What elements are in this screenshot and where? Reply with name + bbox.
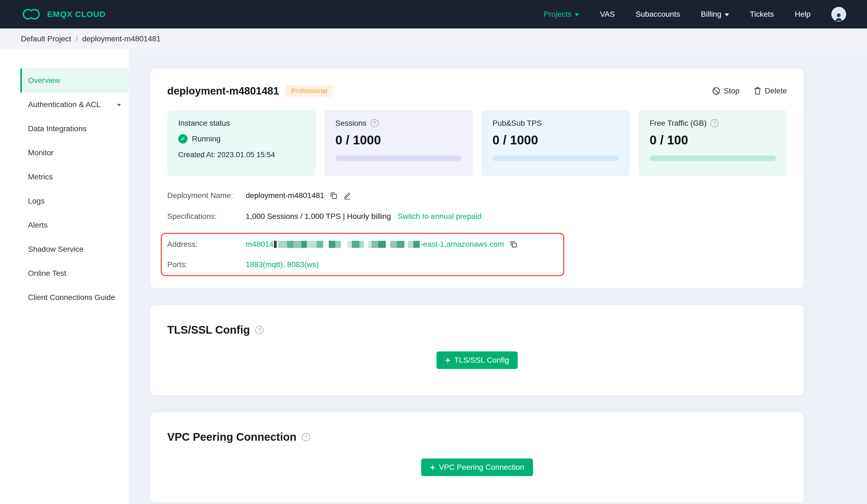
address-value: m48014-east-1.amazonaws.com	[246, 240, 504, 249]
sidebar-item-label: Online Test	[28, 269, 66, 278]
edit-button[interactable]	[343, 191, 352, 200]
chevron-down-icon	[725, 13, 729, 16]
switch-annual-prepaid-link[interactable]: Switch to annual prepaid	[398, 212, 482, 221]
tls-ssl-title: TLS/SSL Config	[167, 324, 250, 336]
pubsub-tps-title-row: Pub&Sub TPS	[492, 119, 619, 128]
sidebar-item-label: Monitor	[28, 149, 53, 157]
plus-icon: +	[445, 356, 450, 364]
sidebar-item-monitor[interactable]: Monitor	[20, 141, 129, 165]
nav-item-vas[interactable]: VAS	[600, 10, 615, 19]
sidebar-item-shadow-service[interactable]: Shadow Service	[20, 237, 129, 261]
trash-icon	[754, 87, 761, 95]
instance-status-value: Running	[192, 134, 221, 143]
address-row: Address: m48014-east-1.amazonaws.com	[167, 240, 558, 249]
stop-button[interactable]: Stop	[712, 87, 739, 95]
sidebar-item-label: Metrics	[28, 173, 53, 181]
ports-label: Ports:	[167, 260, 246, 269]
pubsub-tps-value: 0 / 1000	[492, 133, 619, 147]
sidebar-item-authentication-acl[interactable]: Authentication & ACL	[20, 92, 129, 117]
sidebar-item-label: Authentication & ACL	[28, 100, 100, 109]
deployment-title-row: deployment-m4801481 Professional Stop	[167, 85, 787, 97]
question-circle-icon[interactable]: ?	[255, 326, 264, 334]
address-prefix: m48014	[246, 240, 274, 249]
nav-item-help[interactable]: Help	[795, 10, 811, 19]
copy-button[interactable]	[330, 191, 338, 200]
emqx-cloud-app: EMQX CLOUD Projects VAS Subaccounts Bill…	[0, 0, 867, 504]
nav-item-billing-label: Billing	[701, 10, 721, 19]
sessions-title: Sessions	[335, 119, 367, 128]
plus-icon: +	[430, 463, 435, 472]
specifications-value: 1,000 Sessions / 1,000 TPS | Hourly bill…	[246, 212, 391, 221]
breadcrumb-project[interactable]: Default Project	[21, 34, 71, 43]
tls-ssl-button-row: + TLS/SSL Config	[167, 351, 787, 369]
nav-item-billing[interactable]: Billing	[701, 10, 729, 19]
ports-row: Ports: 1883(mqtt), 8083(ws)	[167, 260, 558, 269]
nav-item-projects-label: Projects	[544, 10, 571, 19]
address-label: Address:	[167, 240, 246, 249]
nav-item-tickets-label: Tickets	[750, 10, 774, 19]
user-avatar[interactable]	[831, 7, 846, 22]
question-circle-icon[interactable]: ?	[302, 433, 310, 441]
edit-pencil-icon	[343, 191, 352, 200]
sidebar-item-alerts[interactable]: Alerts	[20, 213, 129, 237]
delete-button[interactable]: Delete	[754, 87, 787, 95]
sessions-value: 0 / 1000	[335, 133, 462, 147]
nav-item-help-label: Help	[795, 10, 811, 19]
sidebar-item-data-integrations[interactable]: Data Integrations	[20, 117, 129, 141]
add-vpc-peering-button[interactable]: + VPC Peering Connection	[421, 459, 533, 476]
vpc-peering-button-row: + VPC Peering Connection	[167, 459, 787, 476]
nav-item-subaccounts[interactable]: Subaccounts	[635, 10, 680, 19]
stop-icon	[712, 87, 720, 95]
page-layout: Overview Authentication & ACL Data Integ…	[0, 49, 867, 504]
delete-button-label: Delete	[765, 87, 787, 95]
instance-status-row: ✓ Running	[178, 134, 304, 143]
sidebar-item-client-connections-guide[interactable]: Client Connections Guide	[20, 285, 129, 309]
sidebar-item-logs[interactable]: Logs	[20, 189, 129, 213]
free-traffic-value: 0 / 100	[650, 133, 776, 147]
add-tls-ssl-config-button[interactable]: + TLS/SSL Config	[437, 351, 518, 369]
sidebar-item-online-test[interactable]: Online Test	[20, 261, 129, 285]
chevron-down-icon	[117, 104, 121, 107]
top-navbar: EMQX CLOUD Projects VAS Subaccounts Bill…	[0, 0, 867, 29]
nav-item-projects[interactable]: Projects	[544, 10, 579, 19]
emqx-logo[interactable]: EMQX CLOUD	[21, 7, 106, 21]
main-content: deployment-m4801481 Professional Stop	[129, 49, 867, 504]
free-traffic-title-row: Free Traffic (GB) ?	[650, 119, 776, 128]
ports-value: 1883(mqtt), 8083(ws)	[246, 260, 319, 269]
sidebar-item-label: Data Integrations	[28, 124, 86, 133]
free-traffic-card: Free Traffic (GB) ? 0 / 100	[639, 110, 787, 176]
sidebar-item-overview[interactable]: Overview	[20, 68, 129, 92]
address-ports-highlight-box: Address: m48014-east-1.amazonaws.com	[161, 233, 564, 276]
nav-item-vas-label: VAS	[600, 10, 615, 19]
add-tls-ssl-config-label: TLS/SSL Config	[454, 356, 509, 364]
specifications-label: Specifications:	[167, 212, 246, 221]
pubsub-tps-progress-bar	[492, 156, 619, 161]
copy-icon	[510, 240, 518, 249]
question-circle-icon[interactable]: ?	[710, 119, 719, 127]
free-traffic-title: Free Traffic (GB)	[650, 119, 707, 128]
specifications-row: Specifications: 1,000 Sessions / 1,000 T…	[167, 212, 787, 221]
chevron-down-icon	[575, 13, 579, 16]
sidebar-item-label: Logs	[28, 197, 45, 206]
deployment-title: deployment-m4801481	[167, 85, 279, 97]
breadcrumb-separator: /	[76, 34, 78, 43]
logo-text: EMQX CLOUD	[47, 10, 106, 19]
sessions-progress-bar	[335, 156, 462, 161]
sidebar-item-metrics[interactable]: Metrics	[20, 165, 129, 189]
nav-item-tickets[interactable]: Tickets	[750, 10, 774, 19]
stat-cards-row: Instance status ✓ Running Created At: 20…	[167, 110, 787, 176]
free-traffic-progress-bar	[650, 156, 776, 161]
tls-ssl-config-card: TLS/SSL Config ? + TLS/SSL Config	[151, 305, 803, 395]
copy-address-button[interactable]	[510, 240, 518, 249]
deployment-name-row: Deployment Name: deployment-m4801481	[167, 191, 787, 200]
sidebar-item-label: Overview	[28, 76, 60, 85]
address-suffix: -east-1.amazonaws.com	[420, 240, 504, 249]
check-circle-icon: ✓	[178, 134, 188, 143]
deployment-details: Deployment Name: deployment-m4801481	[167, 191, 787, 276]
deployment-actions: Stop Delete	[712, 87, 787, 95]
breadcrumb-current: deployment-m4801481	[82, 34, 160, 43]
sidebar: Overview Authentication & ACL Data Integ…	[0, 49, 129, 504]
question-circle-icon[interactable]: ?	[371, 119, 379, 127]
pubsub-tps-card: Pub&Sub TPS 0 / 1000	[481, 110, 630, 176]
breadcrumb: Default Project / deployment-m4801481	[0, 29, 867, 49]
